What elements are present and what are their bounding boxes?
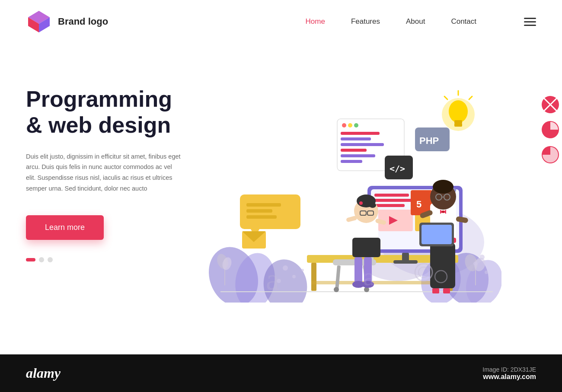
dot-2[interactable] xyxy=(39,257,44,262)
svg-rect-32 xyxy=(374,194,409,197)
svg-rect-67 xyxy=(454,123,462,127)
svg-point-106 xyxy=(292,275,296,278)
svg-rect-50 xyxy=(341,137,371,140)
svg-rect-53 xyxy=(341,154,375,157)
svg-text:a: a xyxy=(266,263,279,296)
svg-line-69 xyxy=(469,96,472,99)
svg-rect-24 xyxy=(335,265,341,289)
svg-point-47 xyxy=(348,123,352,127)
nav-contact[interactable]: Contact xyxy=(451,17,476,26)
nav-home[interactable]: Home xyxy=(306,17,325,26)
main-nav: Home Features About Contact xyxy=(306,17,536,26)
svg-point-111 xyxy=(479,255,485,260)
svg-point-110 xyxy=(485,271,488,274)
alamy-image-id: Image ID: 2DX31JE xyxy=(482,366,536,373)
svg-text:a: a xyxy=(363,262,375,291)
main-section: Programming & web design Duis elit justo… xyxy=(0,43,562,346)
svg-rect-66 xyxy=(454,120,462,124)
hero-illustration: 5 PHP </> xyxy=(199,61,536,303)
svg-rect-29 xyxy=(393,260,418,264)
brand-logo-icon xyxy=(26,9,52,35)
svg-text:5: 5 xyxy=(416,199,422,210)
alamy-url: www.alamy.com xyxy=(482,373,536,381)
header: Brand logo Home Features About Contact xyxy=(0,0,562,43)
svg-rect-99 xyxy=(422,225,452,244)
hamburger-menu[interactable] xyxy=(524,18,536,26)
svg-point-95 xyxy=(442,210,444,213)
chart-icon-2 xyxy=(541,120,560,139)
svg-rect-52 xyxy=(341,149,367,152)
svg-point-109 xyxy=(473,261,478,266)
svg-point-65 xyxy=(449,100,468,123)
nav-about[interactable]: About xyxy=(406,17,425,26)
svg-rect-58 xyxy=(246,203,281,207)
svg-point-108 xyxy=(301,269,304,271)
svg-point-105 xyxy=(283,265,288,271)
chart-icon-3 xyxy=(541,145,560,164)
right-chart-icons xyxy=(541,95,560,164)
alamy-logo: alamy xyxy=(26,365,61,381)
svg-rect-51 xyxy=(341,143,384,146)
svg-rect-49 xyxy=(341,132,380,135)
svg-line-70 xyxy=(444,96,447,99)
svg-point-84 xyxy=(359,201,363,205)
svg-rect-101 xyxy=(443,288,450,293)
svg-rect-19 xyxy=(311,263,316,291)
svg-point-75 xyxy=(369,203,376,208)
alamy-info: Image ID: 2DX31JE www.alamy.com xyxy=(482,366,536,381)
svg-rect-87 xyxy=(430,243,455,288)
logo-link[interactable]: Brand logo xyxy=(26,9,108,35)
illustration-svg: 5 PHP </> xyxy=(199,61,501,303)
svg-rect-34 xyxy=(374,204,405,207)
hero-title: Programming & web design xyxy=(26,86,182,138)
alamy-footer: alamy Image ID: 2DX31JE www.alamy.com xyxy=(0,354,562,392)
chart-icon-1 xyxy=(541,95,560,114)
hero-description: Duis elit justo, dignissim in efficitur … xyxy=(26,151,182,194)
svg-rect-54 xyxy=(341,160,362,163)
svg-text:</>: </> xyxy=(390,163,405,174)
svg-point-48 xyxy=(354,123,358,127)
svg-rect-72 xyxy=(352,238,380,257)
svg-rect-100 xyxy=(432,288,439,293)
svg-point-26 xyxy=(334,287,339,292)
learn-more-button[interactable]: Learn more xyxy=(26,215,104,240)
svg-point-46 xyxy=(342,123,346,127)
hero-left: Programming & web design Duis elit justo… xyxy=(26,61,182,262)
logo-text: Brand logo xyxy=(58,16,108,27)
svg-rect-60 xyxy=(246,215,277,219)
svg-rect-80 xyxy=(354,257,362,283)
dot-3[interactable] xyxy=(48,257,53,262)
svg-rect-59 xyxy=(246,209,272,213)
slider-dots xyxy=(26,257,182,262)
nav-features[interactable]: Features xyxy=(351,17,380,26)
dot-1[interactable] xyxy=(26,258,35,261)
svg-text:PHP: PHP xyxy=(419,135,439,146)
svg-point-89 xyxy=(433,180,453,194)
